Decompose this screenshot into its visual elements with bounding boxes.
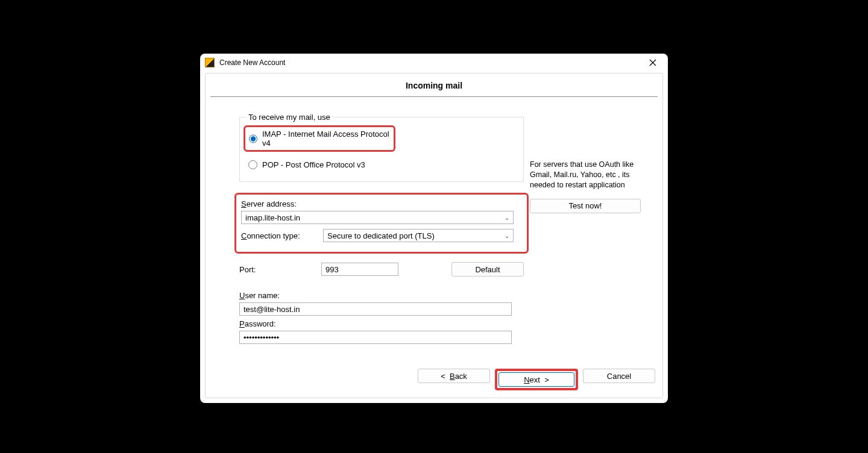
password-label: Password: [239, 319, 524, 328]
chevron-down-icon: ⌄ [505, 233, 509, 239]
test-now-button[interactable]: Test now! [530, 199, 641, 213]
protocol-group: To receive my mail, use IMAP - Internet … [239, 113, 524, 182]
close-icon [649, 59, 656, 66]
username-input[interactable] [239, 302, 512, 316]
highlight-server: Server address: imap.lite-host.in ⌄ Conn… [234, 193, 529, 254]
server-address-input[interactable]: imap.lite-host.in ⌄ [241, 211, 514, 224]
chevron-down-icon: ⌄ [505, 214, 509, 221]
app-icon [205, 58, 215, 67]
radio-imap[interactable]: IMAP - Internet Mail Access Protocol v4 [248, 128, 391, 149]
create-account-window: Create New Account Incoming mail To rece… [200, 54, 668, 403]
port-input[interactable] [321, 263, 398, 276]
port-label: Port: [239, 265, 321, 274]
server-address-value: imap.lite-host.in [245, 213, 300, 222]
protocol-legend: To receive my mail, use [246, 113, 333, 122]
radio-pop[interactable]: POP - Post Office Protocol v3 [246, 155, 517, 174]
page-title: Incoming mail [210, 73, 658, 97]
oauth-hint: For servers that use OAuth like Gmail, M… [530, 160, 653, 190]
highlight-imap: IMAP - Internet Mail Access Protocol v4 [244, 125, 395, 152]
next-button[interactable]: Next > [498, 372, 574, 387]
radio-pop-input[interactable] [248, 160, 257, 169]
cancel-button[interactable]: Cancel [583, 369, 655, 383]
radio-pop-label: POP - Post Office Protocol v3 [262, 160, 365, 169]
close-button[interactable] [641, 55, 664, 70]
connection-type-label: Connection type: [241, 231, 323, 240]
highlight-next: Next > [495, 369, 578, 390]
server-address-label: Server address: [241, 199, 522, 208]
username-label: User name: [239, 291, 524, 300]
password-input[interactable] [239, 331, 512, 344]
dialog-body: Incoming mail To receive my mail, use IM… [205, 73, 663, 398]
radio-imap-label: IMAP - Internet Mail Access Protocol v4 [262, 130, 390, 148]
connection-type-select[interactable]: Secure to dedicated port (TLS) ⌄ [323, 229, 514, 242]
footer: < Back Next > Cancel [206, 363, 662, 398]
radio-imap-input[interactable] [249, 134, 257, 143]
window-title: Create New Account [219, 58, 641, 67]
default-button[interactable]: Default [451, 262, 524, 276]
back-button[interactable]: < Back [418, 369, 490, 383]
connection-type-value: Secure to dedicated port (TLS) [327, 231, 435, 240]
titlebar: Create New Account [200, 54, 668, 72]
